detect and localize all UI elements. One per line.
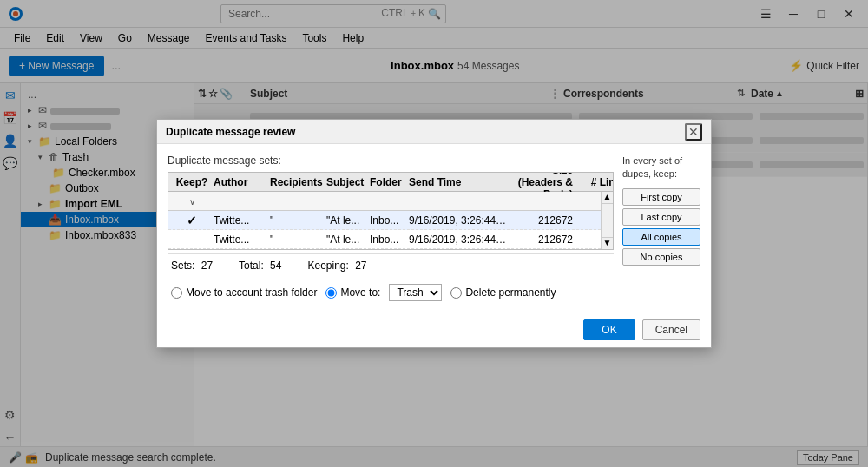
row1-folder: Inbo... xyxy=(370,214,409,227)
dup-row-1[interactable]: ✓ Twitte... " "At le... Inbo... 9/16/201… xyxy=(168,211,601,230)
row2-subject: "At le... xyxy=(326,234,370,246)
radio-trash-label[interactable]: Move to account trash folder xyxy=(171,286,317,299)
row2-folder: Inbo... xyxy=(370,234,409,246)
modal-main: Duplicate message sets: Keep? Author Rec… xyxy=(168,155,614,301)
row1-subject: "At le... xyxy=(326,214,370,227)
dup-group-header[interactable]: ∨ xyxy=(168,192,601,211)
modal-overlay: Duplicate message review ✕ Duplicate mes… xyxy=(0,0,868,467)
keeping-label: Keeping: 27 xyxy=(307,260,366,272)
row2-recipients: " xyxy=(270,234,326,246)
table-scrollbar[interactable]: ▲ ▼ xyxy=(601,192,613,249)
row2-size: 212672 xyxy=(509,234,578,246)
radio-trash-text: Move to account trash folder xyxy=(186,286,317,299)
keeping-value: 27 xyxy=(355,260,366,272)
sets-label: Sets: 27 xyxy=(171,260,213,272)
modal-titlebar: Duplicate message review ✕ xyxy=(157,120,711,144)
radio-moveto-label[interactable]: Move to: xyxy=(326,286,380,299)
cancel-button[interactable]: Cancel xyxy=(642,319,700,340)
radio-delete-text: Delete permanently xyxy=(465,286,556,299)
dup-table: Keep? Author Recipients Subject Folder S… xyxy=(168,172,614,250)
scroll-up-button[interactable]: ▲ xyxy=(602,192,613,204)
radio-moveto-text: Move to: xyxy=(340,286,380,299)
col-sendtime-header: Send Time xyxy=(409,176,509,188)
no-copies-button[interactable]: No copies xyxy=(622,248,700,266)
row1-sendtime: 9/16/2019, 3:26:44 PM G... xyxy=(409,214,509,227)
action-row: Move to account trash folder Move to: Tr… xyxy=(168,277,614,301)
total-value: 54 xyxy=(270,260,281,272)
modal-side-panel: In every set of dupes, keep: First copy … xyxy=(622,155,700,301)
last-copy-button[interactable]: Last copy xyxy=(622,208,700,226)
checkmark-icon: ✓ xyxy=(187,214,197,227)
row1-keep: ✓ xyxy=(170,214,214,227)
radio-delete-label[interactable]: Delete permanently xyxy=(450,286,556,299)
radio-moveto[interactable] xyxy=(326,287,337,299)
radio-delete[interactable] xyxy=(450,287,462,299)
table-body-wrapper: ∨ ✓ Twitte... " "At l xyxy=(168,192,613,249)
duplicate-dialog: Duplicate message review ✕ Duplicate mes… xyxy=(156,119,712,348)
col-folder-header: Folder xyxy=(370,176,409,188)
row2-lines: 2726 xyxy=(578,234,601,246)
col-subj-header: Subject xyxy=(326,176,370,188)
modal-title: Duplicate message review xyxy=(166,126,295,138)
modal-body: Duplicate message sets: Keep? Author Rec… xyxy=(157,144,711,312)
sets-value: 27 xyxy=(201,260,213,272)
move-to-select[interactable]: Trash Inbox xyxy=(389,284,442,301)
modal-close-button[interactable]: ✕ xyxy=(685,123,702,141)
row1-author: Twitte... xyxy=(214,214,270,227)
dup-table-body: ∨ ✓ Twitte... " "At l xyxy=(168,192,601,249)
row1-recipients: " xyxy=(270,214,326,227)
radio-trash[interactable] xyxy=(171,287,182,299)
row1-size: 212672 xyxy=(509,214,578,227)
all-copies-button[interactable]: All copies xyxy=(622,228,700,246)
row2-sendtime: 9/16/2019, 3:26:44 PM G... xyxy=(409,234,509,246)
group-expand[interactable]: ∨ xyxy=(170,195,214,207)
dup-table-header: Keep? Author Recipients Subject Folder S… xyxy=(168,173,613,192)
modal-buttons: OK Cancel xyxy=(157,312,711,347)
row1-lines: 2726 xyxy=(578,214,601,227)
scroll-down-button[interactable]: ▼ xyxy=(602,237,613,249)
total-label: Total: 54 xyxy=(239,260,281,272)
row2-author: Twitte... xyxy=(214,234,270,246)
first-copy-button[interactable]: First copy xyxy=(622,188,700,206)
dup-row-2[interactable]: Twitte... " "At le... Inbo... 9/16/2019,… xyxy=(168,230,601,249)
col-lines-header: # Lines xyxy=(578,176,614,188)
scroll-thumb xyxy=(602,204,613,237)
col-keep-header: Keep? xyxy=(170,176,214,188)
stats-row: Sets: 27 Total: 54 Keeping: 27 xyxy=(168,253,614,277)
section-label: Duplicate message sets: xyxy=(168,155,614,167)
group-expand-icon[interactable]: ∨ xyxy=(189,197,195,207)
ok-button[interactable]: OK xyxy=(583,319,635,340)
side-label: In every set of dupes, keep: xyxy=(622,155,700,181)
col-author-header: Author xyxy=(214,176,270,188)
col-recip-header: Recipients xyxy=(270,176,326,188)
